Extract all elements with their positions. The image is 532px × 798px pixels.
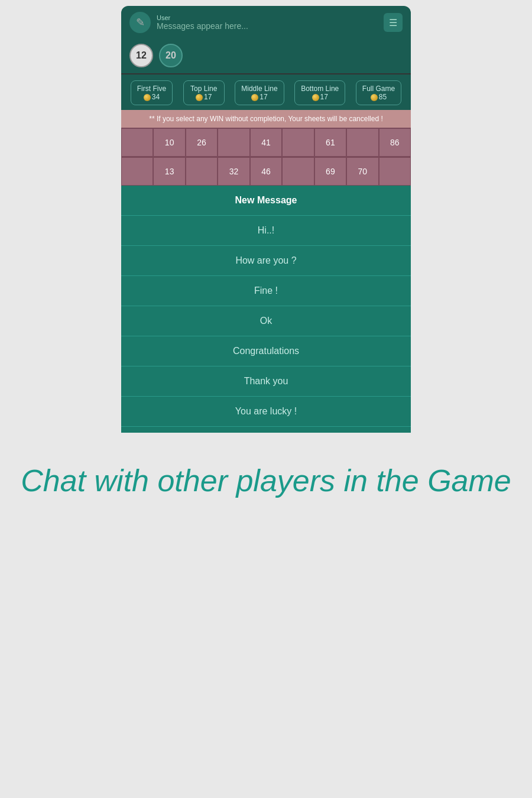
message-option-congratulations[interactable]: Congratulations [121,336,411,366]
message-option-lucky[interactable]: You are lucky ! [121,396,411,427]
chat-icon[interactable]: ☰ [384,13,403,32]
cell-r1-c5: 41 [250,128,282,157]
cell-r2-c7: 69 [314,157,346,186]
cell-r1-c1 [121,128,153,157]
message-option-fine[interactable]: Fine ! [121,275,411,306]
user-avatar: ✎ [129,12,151,33]
win-btn-bottom-line[interactable]: Bottom Line17 [294,80,345,105]
message-option-ok[interactable]: Ok [121,306,411,336]
bottom-tagline: Chat with other players in the Game [3,433,529,523]
cell-r2-c5: 46 [250,157,282,186]
cell-r2-c1 [121,157,153,186]
message-option-how-are-you[interactable]: How are you ? [121,245,411,275]
cell-r1-c3: 26 [186,128,218,157]
bingo-grid-row2: 13 32 46 69 70 [121,157,411,186]
chat-header: ✎ User Messages appear here... ☰ [121,6,411,39]
win-btn-full-game[interactable]: Full Game85 [356,80,401,105]
warning-text: ** If you select any WIN without complet… [121,110,411,128]
cell-r2-c2: 13 [153,157,185,186]
messages-placeholder: Messages appear here... [157,21,378,31]
new-message-title: New Message [121,195,411,206]
score-row: 12 20 [121,39,411,74]
message-option-hi[interactable]: Hi..! [121,215,411,245]
score-badge-1: 12 [129,44,153,67]
cell-r2-c8: 70 [346,157,378,186]
cell-r1-c9: 86 [379,128,411,157]
win-options: First Five34 Top Line17 Middle Line17 Bo… [121,74,411,110]
cell-r2-c3 [186,157,218,186]
cell-r2-c9 [379,157,411,186]
header-text: User Messages appear here... [157,14,378,31]
cell-r1-c6 [282,128,314,157]
cell-r2-c6 [282,157,314,186]
cell-r2-c4: 32 [218,157,249,186]
cell-r1-c4 [218,128,249,157]
user-label: User [157,14,378,21]
bingo-grid-row1: 10 26 41 61 86 [121,128,411,157]
cell-r1-c8 [346,128,378,157]
win-btn-first-five[interactable]: First Five34 [131,80,173,105]
message-option-thank-you[interactable]: Thank you [121,366,411,396]
cell-r1-c7: 61 [314,128,346,157]
win-btn-middle-line[interactable]: Middle Line17 [235,80,284,105]
cell-r1-c2: 10 [153,128,185,157]
win-btn-top-line[interactable]: Top Line17 [183,80,225,105]
score-badge-2: 20 [159,44,183,67]
new-message-panel: New Message Hi..! How are you ? Fine ! O… [121,186,411,433]
